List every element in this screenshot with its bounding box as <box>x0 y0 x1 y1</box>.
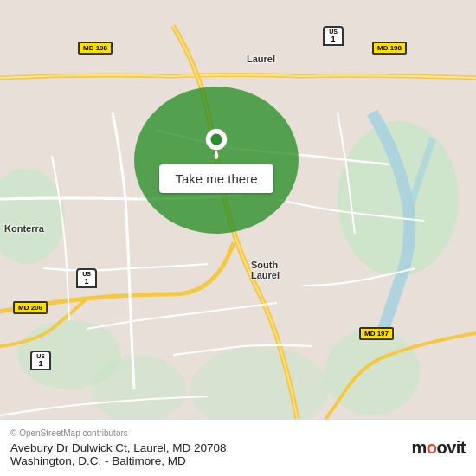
map-pin-area: Take me there <box>134 87 299 234</box>
location-pin-icon <box>201 128 232 159</box>
md206-shield: MD 206 <box>13 301 48 314</box>
map-container: Take me there US 1 MD 198 MD 198 US 1 US… <box>0 0 476 476</box>
svg-point-8 <box>210 133 222 145</box>
laurel-label: Laurel <box>247 54 275 64</box>
moovit-logo: moovit <box>411 438 466 458</box>
svg-point-1 <box>338 121 459 277</box>
md197-shield: MD 197 <box>359 327 394 340</box>
map-svg <box>0 0 476 476</box>
us1-shield-bot: US 1 <box>30 351 51 370</box>
address-block: © OpenStreetMap contributors Avebury Dr … <box>10 428 229 467</box>
md198-shield-right: MD 198 <box>372 42 407 55</box>
address-line2: Washington, D.C. - Baltimore, MD <box>10 454 229 467</box>
take-me-there-button[interactable]: Take me there <box>159 164 273 193</box>
address-line1: Avebury Dr Dulwick Ct, Laurel, MD 20708, <box>10 441 229 454</box>
south-laurel-label: SouthLaurel <box>251 260 280 280</box>
moovit-accent-o: o <box>427 438 437 457</box>
us1-shield-mid: US 1 <box>76 268 97 288</box>
md198-shield-left: MD 198 <box>78 42 113 55</box>
moovit-brand-text: moovit <box>411 438 466 458</box>
us1-shield-top: US 1 <box>323 26 344 46</box>
map-attribution: © OpenStreetMap contributors <box>10 428 229 438</box>
konterra-label: Konterra <box>4 223 44 234</box>
bottom-info-bar: © OpenStreetMap contributors Avebury Dr … <box>0 419 476 476</box>
svg-point-5 <box>91 355 186 424</box>
